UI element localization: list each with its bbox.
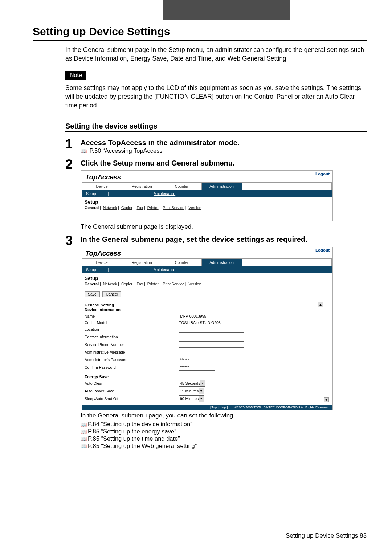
autopower-label: Auto Power Save (85, 389, 179, 393)
content-head: Setup (85, 276, 329, 281)
save-button[interactable]: Save (85, 291, 100, 297)
location-label: Location (85, 327, 179, 331)
location-field[interactable] (179, 326, 244, 333)
tab-registration[interactable]: Registration (122, 259, 162, 266)
sublinks-row: General| Network| Copier| Fax| Printer| … (85, 282, 329, 286)
sublink-general[interactable]: General (85, 282, 99, 286)
sleep-label: Sleep/Auto Shut Off (85, 396, 179, 401)
sublinks-row: General| Network| Copier| Fax| Printer| … (85, 205, 329, 210)
contact-field[interactable] (179, 334, 244, 340)
sublink-printservice[interactable]: Print Service (163, 205, 184, 210)
footer-copyright: ©2003-2005 TOSHIBA TEC CORPORATION All R… (234, 406, 330, 409)
sublink-printer[interactable]: Printer (147, 205, 159, 210)
step-1-title: Access TopAccess in the administrator mo… (81, 138, 367, 147)
model-label: Copier Model (85, 321, 179, 325)
tab2-setup[interactable]: Setup (86, 268, 96, 272)
tab-registration[interactable]: Registration (122, 183, 162, 190)
step-1: 1 Access TopAccess in the administrator … (65, 138, 367, 154)
screenshot-step3: TopAccess Logout Device Registration Cou… (81, 247, 333, 410)
page-footer: Setting up Device Settings 83 (33, 530, 367, 539)
footer-links[interactable]: | Top | Help | (210, 406, 228, 409)
book-icon: 📖 (81, 429, 87, 435)
sublink-version[interactable]: Version (188, 282, 201, 286)
step-3-title: In the General submenu page, set the dev… (81, 235, 367, 244)
service-label: Service Phone Number (85, 342, 179, 347)
section-subhead: Setting the device settings (65, 122, 367, 130)
sublink-general[interactable]: General (85, 205, 99, 210)
step-3: 3 In the General submenu page, set the d… (65, 234, 367, 449)
sublink-fax[interactable]: Fax (137, 205, 143, 210)
main-tabs: Device Registration Counter Administrati… (82, 258, 332, 266)
topaccess-logo: TopAccess (81, 247, 332, 257)
step-2-desc: The General submenu page is displayed. (81, 223, 367, 231)
admpwd-label: Administrator's Password (85, 358, 179, 362)
tab-administration[interactable]: Administration (202, 259, 242, 266)
admpwd-field[interactable]: ****** (179, 357, 215, 363)
tab-administration[interactable]: Administration (202, 183, 242, 190)
sub-tab-row: Setup | Maintenance (82, 190, 332, 197)
note-badge: Note (65, 71, 86, 80)
tab-device[interactable]: Device (82, 183, 122, 190)
cancel-button[interactable]: Cancel (102, 291, 121, 297)
tab-device[interactable]: Device (82, 259, 122, 266)
sublink-copier[interactable]: Copier (121, 205, 132, 210)
page-title: Setting up Device Settings (33, 25, 367, 38)
main-tabs: Device Registration Counter Administrati… (82, 182, 332, 190)
sublink-network[interactable]: Network (103, 205, 117, 210)
title-rule (33, 40, 367, 41)
ref-2: 📖P.85 “Setting up the energy save” (81, 428, 367, 435)
autoclear-select[interactable]: 45 Seconds (179, 380, 205, 387)
ref-4: 📖P.85 “Setting up the Web general settin… (81, 443, 367, 449)
confpwd-label: Confirm Password (85, 365, 179, 370)
logout-link[interactable]: Logout (315, 248, 330, 252)
sublink-fax[interactable]: Fax (137, 282, 143, 286)
scroll-down-icon[interactable]: ▾ (324, 397, 329, 402)
sub-tab-row: Setup | Maintenance (82, 266, 332, 273)
header-gray-block (163, 0, 290, 20)
tab2-maintenance[interactable]: Maintenance (154, 268, 175, 272)
sublink-printservice[interactable]: Print Service (163, 282, 184, 286)
confpwd-field[interactable]: ****** (179, 364, 215, 371)
name-label: Name (85, 314, 179, 318)
step-number: 1 (65, 138, 81, 154)
sleep-select[interactable]: 90 Minutes (179, 395, 204, 402)
book-icon: 📖 (81, 148, 87, 154)
tab2-setup[interactable]: Setup (86, 191, 96, 196)
step-3-desc: In the General submenu page, you can set… (81, 412, 367, 419)
sublink-network[interactable]: Network (103, 282, 117, 286)
sublink-printer[interactable]: Printer (147, 282, 159, 286)
book-icon: 📖 (81, 421, 87, 427)
contact-label: Contact Information (85, 335, 179, 339)
logout-link[interactable]: Logout (315, 172, 330, 176)
step-1-ref-text: P.50 “Accessing TopAccess” (90, 147, 165, 154)
step-1-ref: 📖 P.50 “Accessing TopAccess” (81, 147, 367, 154)
tab2-maintenance[interactable]: Maintenance (154, 191, 175, 196)
general-setting-head: General Setting ▴ (85, 303, 323, 307)
device-info-head: Device Information (85, 307, 323, 312)
tab-counter[interactable]: Counter (162, 259, 202, 266)
subhead-rule (65, 131, 367, 132)
admmsg-label: Administrative Message (85, 350, 179, 354)
autoclear-label: Auto Clear (85, 381, 179, 386)
note-body: Some settings may not apply to the LCD o… (65, 84, 367, 110)
sublink-version[interactable]: Version (188, 205, 201, 210)
tab-counter[interactable]: Counter (162, 183, 202, 190)
model-value: TOSHIBA e-STUDIO205 (179, 321, 221, 325)
screenshot-step2: TopAccess Logout Device Registration Cou… (81, 170, 333, 221)
scroll-up-icon[interactable]: ▴ (318, 302, 323, 307)
step-number: 3 (65, 234, 81, 449)
name-field[interactable]: MFP-00013995 (179, 313, 244, 319)
content-head: Setup (85, 199, 329, 205)
book-icon: 📖 (81, 436, 87, 442)
ref-1: 📖P.84 “Setting up the device information… (81, 421, 367, 428)
step-2: 2 Click the Setup menu and General subme… (65, 158, 367, 231)
step-number: 2 (65, 158, 81, 231)
ref-3: 📖P.85 “Setting up the time and date” (81, 435, 367, 442)
admmsg-field[interactable] (179, 349, 244, 355)
sublink-copier[interactable]: Copier (121, 282, 132, 286)
intro-text: In the General submenu page in the Setup… (65, 46, 367, 63)
step-2-title: Click the Setup menu and General submenu… (81, 159, 367, 167)
autopower-select[interactable]: 15 Minutes (179, 388, 204, 394)
book-icon: 📖 (81, 443, 87, 449)
service-field[interactable] (179, 341, 244, 348)
